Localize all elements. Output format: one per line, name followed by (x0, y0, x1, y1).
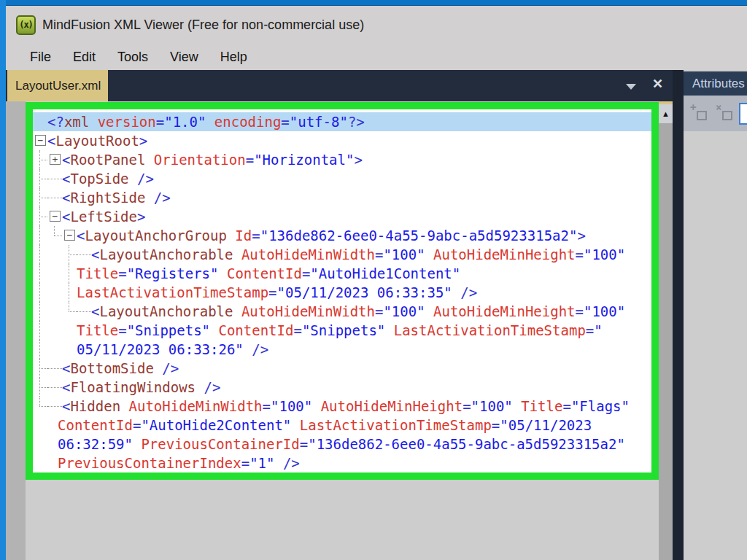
code-token: LayoutAnchorGroup (85, 228, 226, 244)
code-token: Hidden (70, 398, 120, 414)
tree-connector (33, 150, 47, 169)
tree-connector (47, 359, 62, 378)
collapse-icon[interactable]: − (50, 211, 61, 222)
code-line[interactable]: <RightSide /> (33, 188, 651, 207)
code-line[interactable]: ContentId="AutoHide2Content" LastActivat… (33, 416, 651, 435)
xml-code[interactable]: <?xml version="1.0" encoding="utf-8"?>−<… (33, 109, 651, 472)
menu-view[interactable]: View (159, 47, 209, 68)
menu-tools[interactable]: Tools (107, 47, 159, 68)
code-token: "1" (249, 455, 274, 471)
tree-connector (33, 283, 47, 302)
attribute-input[interactable] (739, 103, 747, 125)
code-token: AutoHideMinHeight (312, 398, 462, 414)
code-line[interactable]: <BottomSide /> (33, 359, 651, 378)
code-token: "100" (584, 246, 625, 262)
code-token: "100" (271, 398, 312, 414)
code-token: < (62, 360, 70, 376)
code-token: AutoHideMinWidth (233, 303, 374, 319)
tree-connector (47, 397, 62, 416)
code-line[interactable]: −<LeftSide> (33, 207, 651, 226)
menu-help[interactable]: Help (209, 47, 258, 68)
code-line[interactable]: <Hidden AutoHideMinWidth="100" AutoHideM… (33, 397, 651, 416)
code-line[interactable]: LastActivationTimeStamp="05/11/2023 06:3… (33, 283, 651, 302)
code-token: = (462, 398, 471, 414)
code-line[interactable]: <LayoutAnchorable AutoHideMinWidth="100"… (33, 302, 651, 321)
tree-connector (47, 302, 62, 321)
code-token: > (577, 228, 585, 244)
code-token: "05/11/2023 (500, 417, 592, 433)
code-line[interactable]: Title="Registers" ContentId="AutoHide1Co… (33, 264, 651, 283)
code-line[interactable]: <TopSide /> (33, 169, 651, 188)
code-line[interactable]: <LayoutAnchorable AutoHideMinWidth="100"… (33, 245, 651, 264)
tree-connector (77, 245, 91, 264)
code-token: /> (244, 341, 268, 357)
code-token: "Registers" (127, 265, 219, 281)
collapse-icon[interactable]: − (64, 230, 75, 241)
left-gutter (6, 101, 26, 560)
code-line[interactable]: <?xml version="1.0" encoding="utf-8"?> (33, 112, 651, 131)
code-line[interactable]: +<RootPanel Orientation="Horizontal"> (33, 150, 651, 169)
code-token: "100" (383, 246, 425, 262)
tree-connector (33, 397, 47, 416)
window-border-top (0, 0, 747, 6)
tab-layoutuser-xml[interactable]: LayoutUser.xml (7, 70, 108, 101)
code-token: = (562, 398, 570, 414)
close-icon[interactable]: ✕ (652, 76, 663, 92)
vertical-scrollbar[interactable]: ▲ (659, 101, 673, 560)
menu-edit[interactable]: Edit (62, 47, 107, 68)
tree-connector (47, 340, 62, 359)
document-panel: LayoutUser.xml ✕ <?xml version="1.0" enc… (6, 70, 673, 560)
code-token: < (62, 379, 70, 395)
attributes-panel-body (684, 131, 747, 560)
tree-connector (33, 435, 47, 454)
code-token: "100" (471, 398, 513, 414)
code-token: < (91, 246, 99, 262)
code-token: ?> (348, 114, 365, 130)
tree-connector (33, 302, 47, 321)
code-token: AutoHideMinWidth (120, 398, 262, 414)
code-token: "Flags" (571, 398, 630, 414)
code-line[interactable]: 06:32:59" PreviousContainerId="136de862-… (33, 435, 651, 454)
code-token: = (492, 417, 500, 433)
collapse-icon[interactable]: − (35, 135, 46, 146)
code-line[interactable]: −<LayoutAnchorGroup Id="136de862-6ee0-4a… (33, 226, 651, 245)
code-token: < (62, 190, 70, 206)
chevron-down-icon[interactable] (626, 84, 636, 90)
tree-connector (33, 416, 47, 435)
code-token: = (252, 228, 260, 244)
code-token: ContentId (219, 265, 302, 281)
delete-attribute-icon[interactable]: × (715, 104, 734, 122)
code-line[interactable]: 05/11/2023 06:33:26" /> (33, 340, 651, 359)
tree-connector (62, 321, 77, 340)
code-token: > (139, 133, 147, 149)
scroll-up-button[interactable]: ▲ (659, 104, 673, 123)
add-attribute-icon[interactable]: + (689, 104, 708, 122)
code-token: "05/11/2023 06:33:35" (277, 284, 452, 300)
menu-file[interactable]: File (19, 47, 62, 68)
code-token: "100" (584, 303, 625, 319)
tree-connector (62, 302, 77, 321)
code-token: = (263, 398, 271, 414)
code-token: "100" (383, 303, 425, 319)
code-token: Title (77, 265, 118, 281)
code-line[interactable]: PreviousContainerIndex="1" /> (33, 454, 651, 472)
tree-connector (47, 435, 58, 454)
code-token: AutoHideMinHeight (425, 246, 576, 262)
code-token: AutoHideMinWidth (233, 246, 374, 262)
tree-connector (47, 188, 62, 207)
tree-connector (33, 169, 47, 188)
code-token: > (354, 152, 362, 168)
code-token: "Horizontal" (254, 152, 354, 168)
panel-splitter[interactable] (673, 70, 684, 560)
window-border-left (0, 0, 6, 560)
code-line[interactable]: Title="Snippets" ContentId="Snippets" La… (33, 321, 651, 340)
tab-strip: LayoutUser.xml ✕ (6, 70, 673, 101)
tree-connector (33, 359, 47, 378)
code-token: encoding (206, 114, 281, 130)
code-token: Title (77, 322, 118, 338)
expand-icon[interactable]: + (50, 154, 61, 165)
scrollbar-track[interactable] (659, 123, 673, 560)
code-line[interactable]: −<LayoutRoot> (33, 131, 651, 150)
code-line[interactable]: <FloatingWindows /> (33, 378, 651, 397)
code-token: Id (227, 228, 252, 244)
